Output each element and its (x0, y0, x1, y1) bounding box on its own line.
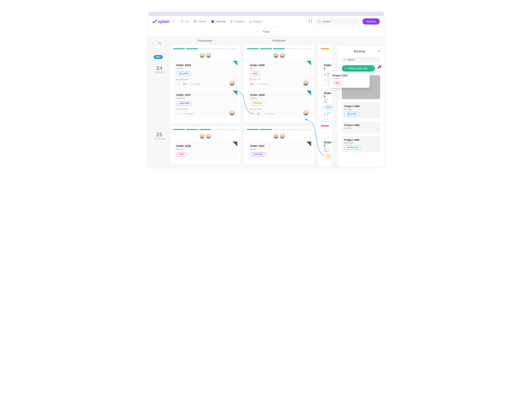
corner-icon (306, 91, 311, 95)
upload-icon: ⇪ (176, 83, 178, 85)
avatar[interactable] (199, 53, 205, 58)
timeline-icon (231, 20, 233, 23)
kanban-icon (194, 20, 196, 23)
backlog-dropzone[interactable]: Project 1641 Hansen PRIO (342, 75, 380, 99)
upload-icon: ⇪ (176, 112, 178, 115)
backlog-card[interactable]: Project 1383 van Dijk DELAYED (342, 102, 380, 118)
card-order-1034[interactable]: Order 1034 De Wit DELAYED ▦April 24th ⇪2… (173, 61, 237, 88)
nav-timeline[interactable]: Timeline (231, 20, 244, 23)
avatar[interactable] (273, 53, 279, 58)
avatar[interactable] (280, 53, 285, 58)
progress-bar (244, 126, 314, 132)
nav-kanban[interactable]: Kanban (194, 20, 207, 23)
tag-control: CONTROL (250, 101, 266, 106)
assignee-avatar[interactable] (229, 110, 234, 115)
today-label[interactable]: Today (262, 30, 270, 33)
tag-prio: PRIO (333, 81, 343, 85)
card-order-1037-prod[interactable]: Order 1037 Visser LOW PRIO (247, 142, 311, 159)
avatar[interactable] (206, 134, 211, 139)
backlog-button[interactable]: Backlog (362, 18, 380, 25)
calendar-mini-icon: ▦ (176, 78, 178, 81)
backlog-search[interactable] (342, 57, 380, 62)
due-date: ▦April 24th (176, 78, 234, 81)
column-production: Production Order 1029 Bos PRIO ▦May 7th (244, 39, 314, 167)
avatar[interactable] (206, 53, 211, 58)
upload-stat: ⇪2 (176, 83, 180, 85)
analysis-icon (249, 20, 252, 23)
plus-icon: + (344, 67, 346, 70)
progress-bar (170, 126, 240, 132)
window-titlebar (148, 12, 384, 16)
nav-calendar[interactable]: Calendar (211, 20, 226, 23)
card-order-1039[interactable]: Order 1039 Jansen PRIO (173, 142, 237, 159)
clock-icon: ⏱ (190, 83, 193, 85)
card-partial[interactable]: Order 1 De Vries CON (321, 138, 329, 161)
avatar[interactable] (273, 134, 279, 139)
day-25: 25 THURSDAY (148, 131, 170, 140)
card-order-1037[interactable]: Order 1037 Hofstede LOW PRIO ▦April 29th… (173, 91, 237, 118)
close-icon[interactable]: ✕ (378, 50, 380, 53)
app-window: vplan + List Kanban Calendar Timeline (148, 12, 384, 167)
backlog-card[interactable]: Project 1584 de Jong (342, 121, 380, 133)
card-order-1034-prod[interactable]: Order 1034 Dijsktra CONTROL ▦April 26th … (247, 91, 311, 118)
due-date: ▦April 26th (250, 108, 308, 111)
assignee-avatar[interactable] (229, 81, 234, 86)
due-date: ▦May 7th (250, 78, 308, 81)
add-button[interactable]: + (172, 20, 174, 23)
upload-icon: ⇪ (250, 112, 252, 115)
search-box[interactable] (315, 18, 359, 25)
due-date: ▦April 2 (324, 72, 326, 77)
progress-bar (244, 45, 314, 51)
nav-list[interactable]: List (181, 20, 189, 23)
tag-approved: APPROVED (344, 146, 361, 150)
chat-stat: 💬5 (250, 83, 255, 85)
svg-rect-4 (211, 20, 214, 21)
tag-prio: PRIO (250, 72, 260, 76)
tag-control: CON (324, 154, 332, 159)
column-avatars (170, 51, 240, 61)
search-icon (318, 20, 321, 23)
chat-icon: 💬 (250, 83, 253, 85)
calendar-icon (211, 20, 214, 23)
backlog-list: Project 1383 van Dijk DELAYED Project 15… (342, 102, 380, 152)
upload-stat: ⇪2 (250, 112, 254, 115)
filter-count-badge: 1 (379, 65, 381, 68)
prev-day[interactable]: ‹ (257, 30, 258, 33)
fullscreen-icon[interactable] (309, 20, 312, 23)
card-order-1029[interactable]: Order 1029 Bos PRIO ▦May 7th 💬5 ⏱2 hours (247, 61, 311, 88)
progress-bar (318, 123, 332, 128)
backlog-search-input[interactable] (348, 58, 378, 61)
avatar[interactable] (280, 134, 285, 139)
search-input[interactable] (323, 20, 356, 23)
assignee-avatar[interactable] (303, 110, 308, 115)
due-date: ▦April 29th (176, 108, 234, 111)
backlog-card[interactable]: Project 1991 an de Ven APPROVED (342, 136, 380, 152)
clock-icon: ⏱ (183, 113, 185, 115)
tag-delayed: DELAYED (344, 112, 360, 116)
search-icon (344, 58, 346, 61)
svg-rect-2 (196, 20, 196, 22)
logo-text: vplan (158, 19, 169, 24)
progress-bar (170, 45, 240, 51)
card-partial[interactable]: Order 1 ▦April 2 ⇪1 (321, 61, 329, 86)
board: W17 24 MONDAY 25 THURSDAY Preparation (148, 36, 384, 167)
shuffle-icon[interactable] (148, 40, 170, 50)
nav-analysis[interactable]: Analysis (249, 20, 263, 23)
tag-prio: PRIO (176, 152, 187, 156)
corner-icon (306, 61, 311, 66)
next-day[interactable]: › (274, 30, 275, 33)
calendar-mini-icon: ▦ (176, 108, 178, 111)
filter-icon[interactable]: 1 (377, 66, 380, 70)
assignee-avatar[interactable] (303, 81, 308, 86)
avatar[interactable] (199, 134, 205, 139)
create-card-button[interactable]: + Create a new card (342, 65, 375, 72)
progress-bar (318, 45, 332, 51)
corner-icon (233, 61, 237, 66)
svg-rect-1 (195, 20, 196, 22)
calendar-mini-icon: ▦ (250, 108, 252, 111)
column-avatars (170, 132, 240, 142)
logo-check-icon (152, 19, 157, 24)
card-stats: ⇪2 💬1 ⏱2 hours (250, 112, 308, 115)
backlog-card-dragging[interactable]: Project 1641 Hansen PRIO (330, 72, 370, 88)
card-partial[interactable]: Order 1 Van Dijk DELA ▦April 2 ⇪3 (321, 89, 329, 114)
